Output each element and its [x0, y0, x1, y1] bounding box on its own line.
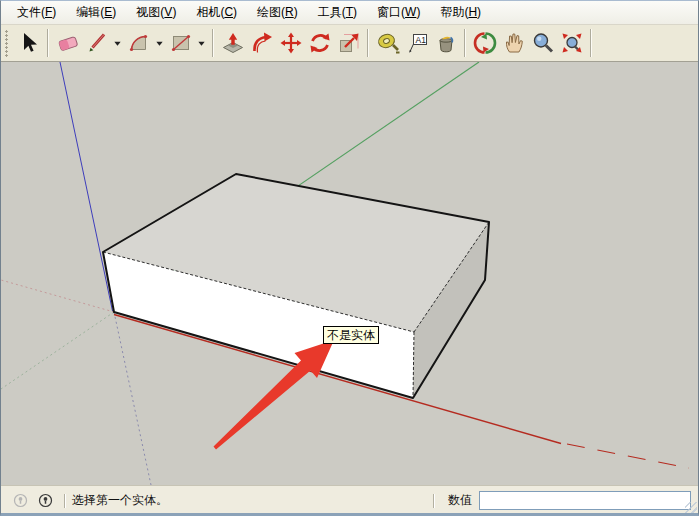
toolbar-grip-handle[interactable] — [5, 30, 10, 57]
red-axis-far-dashed — [567, 444, 689, 468]
select-tool-button[interactable] — [14, 28, 43, 58]
scale-tool-icon — [337, 31, 361, 55]
move-tool-button[interactable] — [276, 28, 305, 58]
menu-bar: 文件(F)编辑(E)视图(V)相机(C)绘图(R)工具(T)窗口(W)帮助(H) — [1, 1, 698, 25]
orbit-tool-button[interactable] — [470, 28, 499, 58]
menu-item-V[interactable]: 视图(V) — [128, 2, 184, 23]
sketchup-window: 文件(F)编辑(E)视图(V)相机(C)绘图(R)工具(T)窗口(W)帮助(H)… — [0, 0, 699, 516]
shape-tool-button[interactable] — [166, 28, 195, 58]
blue-axis-negative — [114, 312, 151, 485]
zoom-extents-tool-button[interactable] — [557, 28, 586, 58]
measurement-box: 数值 — [427, 491, 691, 510]
rotate-tool-icon — [308, 31, 332, 55]
eraser-tool-icon — [56, 31, 80, 55]
shape-tool-icon — [169, 31, 193, 55]
menu-item-E[interactable]: 编辑(E) — [68, 2, 124, 23]
select-tool-icon — [17, 31, 41, 55]
status-separator — [433, 494, 435, 508]
menu-item-W[interactable]: 窗口(W) — [369, 2, 428, 23]
arc-tool-button[interactable] — [124, 28, 153, 58]
menu-item-T[interactable]: 工具(T) — [310, 2, 365, 23]
zoom-tool-button[interactable] — [528, 28, 557, 58]
pan-tool-icon — [502, 31, 526, 55]
followme-tool-icon — [250, 31, 274, 55]
line-tool-dropdown[interactable] — [111, 28, 124, 58]
scale-tool-button[interactable] — [334, 28, 363, 58]
model-scene — [1, 62, 699, 485]
toolbar-separator — [47, 29, 49, 57]
toolbar-separator — [590, 29, 592, 57]
zoom-extents-tool-icon — [560, 31, 584, 55]
move-tool-icon — [279, 31, 303, 55]
status-bar: 选择第一个实体。 数值 — [1, 485, 698, 515]
toolbar-separator — [367, 29, 369, 57]
arc-tool-icon — [127, 31, 151, 55]
shape-tool-dropdown[interactable] — [195, 28, 208, 58]
chevron-down-icon — [155, 39, 164, 48]
chevron-down-icon — [113, 39, 122, 48]
window-resize-grip[interactable] — [685, 502, 697, 514]
paint-bucket-tool-button[interactable] — [431, 28, 460, 58]
status-info-icon[interactable] — [38, 493, 53, 508]
status-message: 选择第一个实体。 — [72, 492, 168, 509]
svg-text:A1: A1 — [415, 35, 426, 45]
toolbar-separator — [212, 29, 214, 57]
menu-item-F[interactable]: 文件(F) — [9, 2, 64, 23]
pan-tool-button[interactable] — [499, 28, 528, 58]
viewport-canvas[interactable]: 不是实体 — [1, 62, 698, 485]
chevron-down-icon — [197, 39, 206, 48]
menu-item-H[interactable]: 帮助(H) — [432, 2, 489, 23]
menu-item-C[interactable]: 相机(C) — [188, 2, 245, 23]
measurement-label: 数值 — [448, 492, 472, 509]
toolbar-separator — [464, 29, 466, 57]
line-tool-icon — [85, 31, 109, 55]
eraser-tool-button[interactable] — [53, 28, 82, 58]
paint-bucket-tool-icon — [434, 31, 458, 55]
status-tooltip: 不是实体 — [323, 326, 379, 344]
followme-tool-button[interactable] — [247, 28, 276, 58]
rotate-tool-button[interactable] — [305, 28, 334, 58]
green-axis-negative — [1, 312, 114, 389]
text-tool-icon: A1 — [405, 31, 429, 55]
status-help-icon[interactable] — [13, 493, 28, 508]
text-tool-button[interactable]: A1 — [402, 28, 431, 58]
measurement-input[interactable] — [479, 491, 691, 510]
line-tool-button[interactable] — [82, 28, 111, 58]
pushpull-tool-button[interactable] — [218, 28, 247, 58]
arc-tool-dropdown[interactable] — [153, 28, 166, 58]
zoom-tool-icon — [531, 31, 555, 55]
pushpull-tool-icon — [221, 31, 245, 55]
blue-axis — [60, 62, 113, 311]
red-axis-negative — [1, 280, 114, 312]
tape-measure-tool-icon — [376, 31, 400, 55]
status-separator — [64, 494, 66, 508]
orbit-tool-icon — [473, 31, 497, 55]
toolbar: A1 — [1, 25, 698, 62]
menu-item-R[interactable]: 绘图(R) — [249, 2, 306, 23]
tape-measure-tool-button[interactable] — [373, 28, 402, 58]
